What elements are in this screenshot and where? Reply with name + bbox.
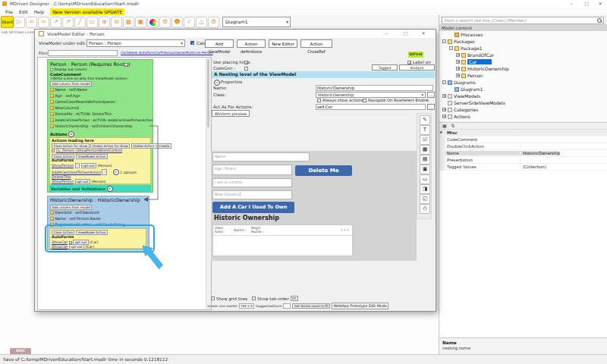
vertical-scrollbar[interactable]: [206, 58, 211, 309]
button-tool-icon[interactable]: ▭: [420, 174, 430, 184]
tree-item-serversideviewmodels[interactable]: ServerSideViewModels: [439, 99, 607, 106]
analyze-expressions-button[interactable]: Analyze expressions: [399, 64, 435, 71]
grid-column-header[interactable]: Name: [234, 228, 250, 233]
property-row-presentation[interactable]: Presentation: [439, 157, 607, 164]
zoom-out-icon[interactable]: ⊖: [111, 17, 122, 28]
expand-icon[interactable]: +: [442, 94, 446, 98]
viewmodel-under-edit-select[interactable]: Person : Person ▾: [86, 39, 185, 47]
codegen-checkbox[interactable]: [244, 67, 248, 71]
property-row-doubleclickaction[interactable]: DoubleClickAction: [439, 143, 607, 150]
property-row-codecomment[interactable]: CodeComment: [439, 136, 607, 143]
grid-column-header[interactable]: Regis Numb: [251, 226, 268, 234]
expand-icon[interactable]: +: [442, 108, 446, 111]
categ-checkbox[interactable]: [190, 41, 194, 45]
collapse-icon[interactable]: -: [449, 46, 453, 50]
sort-alphabetical-icon[interactable]: ⇅: [451, 123, 455, 128]
name-preview-field[interactable]: Name: [212, 152, 310, 162]
tree-item-person[interactable]: +Person: [439, 72, 607, 79]
checkbox-tool-icon[interactable]: ☑: [420, 135, 430, 145]
show-grid-lines-checkbox[interactable]: [211, 297, 215, 300]
tree-item-package1[interactable]: -Package1: [439, 45, 607, 52]
tree-item-historicownership[interactable]: +HistoricOwnership: [439, 65, 607, 72]
expand-icon[interactable]: +: [456, 67, 460, 71]
tree-item-packages[interactable]: -Packages: [439, 38, 607, 45]
new-diagram-icon[interactable]: ▦: [123, 17, 134, 28]
tree-item-diagram1[interactable]: Diagram1: [439, 86, 607, 93]
back-icon[interactable]: ⇦: [26, 17, 37, 28]
class-select[interactable]: HistoricOwnership ▾: [316, 92, 426, 98]
start-button[interactable]: Start!: [1, 16, 14, 28]
doc-tab[interactable]: DOC: [10, 348, 31, 354]
screen-icon[interactable]: ▭: [86, 17, 98, 28]
property-category[interactable]: ∨Misc: [439, 130, 607, 136]
forward-icon[interactable]: ⇨: [38, 17, 49, 28]
suggested-zoom-input[interactable]: [283, 303, 291, 309]
delete-me-button[interactable]: Delete Me: [295, 165, 352, 176]
color-wheel-icon[interactable]: [147, 17, 159, 28]
name-input[interactable]: [316, 85, 433, 91]
shrink-zoom-button[interactable]: Set shrink zoom to fit: [292, 303, 330, 309]
menu-file[interactable]: File: [5, 9, 13, 14]
editor-titlebar[interactable]: ViewModel Editor - Person – □ ✕: [35, 30, 436, 38]
menu-edit[interactable]: Edit: [19, 9, 28, 14]
always-show-actions-checkbox[interactable]: [317, 99, 321, 102]
add-viewmodel-button[interactable]: Add ViewModel: [205, 39, 234, 48]
crossref-links[interactable]: CarSeeker AutoFormCarPreviousOwnerMultiL…: [121, 51, 213, 55]
expand-icon[interactable]: +: [456, 53, 460, 57]
new-editor-button[interactable]: New Editor: [269, 39, 297, 48]
text-tool-icon[interactable]: T: [420, 125, 430, 135]
minimize-button[interactable]: –: [566, 1, 577, 6]
user-icon[interactable]: ☻: [171, 17, 183, 28]
collapse-icon[interactable]: -: [442, 39, 446, 43]
settings-gear-icon[interactable]: ⚙: [208, 17, 219, 28]
categorized-view-icon[interactable]: ▦: [442, 123, 447, 128]
editor-maximize-button[interactable]: □: [399, 30, 411, 36]
newcolumn2-preview-field[interactable]: New Column2: [212, 190, 292, 199]
update-notice[interactable]: New Version available UPDATE: [50, 8, 124, 15]
draw-pointer-icon[interactable]: ↗: [62, 17, 74, 28]
image-viewer-tool-icon[interactable]: ▣: [420, 165, 430, 174]
action-definitions-button[interactable]: Action definitions: [237, 39, 266, 48]
action-crossref-button[interactable]: Action CrossRef: [300, 39, 332, 48]
screen-size-input[interactable]: [239, 303, 254, 309]
grid-menu-icon[interactable]: •••: [341, 228, 350, 232]
zoom-in-icon[interactable]: ⊕: [99, 17, 110, 28]
cascade-windows-icon[interactable]: ▣: [135, 17, 146, 28]
picture-tool-icon[interactable]: ◱: [420, 194, 430, 204]
control-preview-field[interactable]: I am in control: [212, 178, 292, 187]
association-icon[interactable]: △: [196, 17, 207, 28]
winform-preview-button[interactable]: Winform preview: [212, 110, 250, 117]
line-icon[interactable]: ╱: [74, 17, 86, 28]
property-row-name[interactable]: NameHistoricOwnership: [439, 150, 607, 157]
pointer-icon[interactable]: ↗: [50, 17, 61, 28]
play-icon[interactable]: ▷: [14, 17, 25, 28]
menu-help[interactable]: Help: [34, 9, 45, 14]
webapp-prototype-button[interactable]: WebApp Prototype Edit Mode: [332, 303, 388, 309]
age-preview-field[interactable]: Age (Years): [212, 165, 292, 175]
collapse-icon[interactable]: ∧: [214, 80, 220, 86]
tree-item-brandofcar[interactable]: +BrandOfCar: [439, 52, 607, 58]
search-input[interactable]: [442, 17, 604, 24]
print-tool-icon[interactable]: ⎙: [420, 204, 430, 214]
maximize-button[interactable]: □: [581, 1, 592, 6]
tree-item-viewmodels[interactable]: +ViewModels: [439, 93, 607, 99]
tree-item-processes[interactable]: Processes: [439, 31, 607, 38]
act-as-input[interactable]: [316, 104, 426, 110]
show-tab-order-checkbox[interactable]: [252, 297, 256, 300]
property-row-taggedvalues[interactable]: Tagged Values(Collection): [439, 164, 607, 171]
close-button[interactable]: ✕: [595, 1, 605, 6]
tree-item-diagrams[interactable]: -Diagrams: [439, 79, 607, 86]
tree-item-categories[interactable]: +Categories: [439, 106, 607, 113]
grid-column-header[interactable]: Date Sold: [215, 226, 231, 234]
tree-item-car[interactable]: +Car: [439, 58, 607, 65]
placing-hints-checkbox[interactable]: [244, 61, 248, 64]
editor-minimize-button[interactable]: –: [381, 30, 393, 36]
tree-item-actions[interactable]: +Actions: [439, 113, 607, 120]
fit-button[interactable]: Fit: [291, 296, 298, 301]
gear-plus-icon[interactable]: ⚙: [159, 17, 171, 28]
act-as-browse-button[interactable]: ...: [427, 104, 435, 110]
tagged-values-button[interactable]: Tagged values: [372, 64, 398, 71]
image-tool-icon[interactable]: ◨: [420, 184, 430, 194]
collapse-icon[interactable]: -: [442, 80, 446, 84]
class-browse-button[interactable]: ...: [427, 92, 435, 98]
